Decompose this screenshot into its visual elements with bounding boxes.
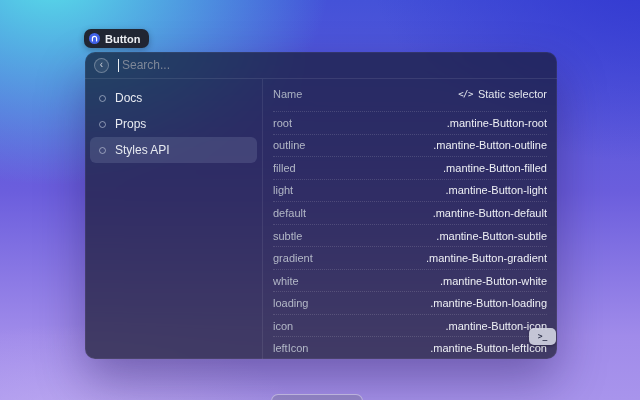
sidebar-item-docs[interactable]: Docs xyxy=(90,85,257,111)
terminal-prompt-icon: >_ xyxy=(538,332,548,341)
static-selector-cell: .mantine-Button-subtle xyxy=(436,230,547,242)
chevron-left-icon: ‹ xyxy=(100,60,103,70)
table-row[interactable]: icon .mantine-Button-icon xyxy=(273,314,547,337)
sidebar-list: Docs Props Styles API xyxy=(85,79,263,359)
search-input[interactable] xyxy=(120,57,548,73)
selector-name-cell: leftIcon xyxy=(273,342,308,354)
static-selector-cell: .mantine-Button-light xyxy=(446,184,548,196)
column-header-static-selector: </> Static selector xyxy=(458,88,547,100)
mantine-logo-icon xyxy=(89,33,100,44)
static-selector-cell: .mantine-Button-gradient xyxy=(426,252,547,264)
static-selector-cell: .mantine-Button-leftIcon xyxy=(430,342,547,354)
selector-table-rows: root .mantine-Button-root outline .manti… xyxy=(273,111,547,359)
circle-bullet-icon xyxy=(99,147,106,154)
selector-name-cell: filled xyxy=(273,162,296,174)
static-selector-cell: .mantine-Button-root xyxy=(447,117,547,129)
static-selector-cell: .mantine-Button-outline xyxy=(433,139,547,151)
table-row[interactable]: gradient .mantine-Button-gradient xyxy=(273,246,547,269)
code-icon: </> xyxy=(458,89,473,99)
selector-name-cell: light xyxy=(273,184,293,196)
static-selector-cell: .mantine-Button-white xyxy=(440,275,547,287)
modal-body: Docs Props Styles API Name </> Static se… xyxy=(85,79,557,359)
table-row[interactable]: default .mantine-Button-default xyxy=(273,201,547,224)
selector-name-cell: outline xyxy=(273,139,305,151)
column-header-name: Name xyxy=(273,88,302,100)
table-row[interactable]: loading .mantine-Button-loading xyxy=(273,291,547,314)
circle-bullet-icon xyxy=(99,95,106,102)
spotlight-modal: ‹ Docs Props Styles API Name </> Static … xyxy=(85,52,557,359)
selector-name-cell: loading xyxy=(273,297,308,309)
sidebar-item-styles-api[interactable]: Styles API xyxy=(90,137,257,163)
static-selector-cell: .mantine-Button-default xyxy=(433,207,547,219)
button-component-badge[interactable]: Button xyxy=(84,29,149,48)
terminal-toggle-button[interactable]: >_ xyxy=(529,328,556,345)
selector-name-cell: subtle xyxy=(273,230,302,242)
table-row[interactable]: white .mantine-Button-white xyxy=(273,269,547,292)
table-row[interactable]: leftIcon .mantine-Button-leftIcon xyxy=(273,336,547,359)
dock-peek-element[interactable] xyxy=(271,394,363,400)
selector-name-cell: white xyxy=(273,275,299,287)
table-row[interactable]: light .mantine-Button-light xyxy=(273,179,547,202)
table-row[interactable]: subtle .mantine-Button-subtle xyxy=(273,224,547,247)
selector-name-cell: default xyxy=(273,207,306,219)
search-bar: ‹ xyxy=(85,52,557,79)
static-selector-cell: .mantine-Button-loading xyxy=(430,297,547,309)
badge-label: Button xyxy=(105,33,140,45)
circle-bullet-icon xyxy=(99,121,106,128)
column-header-static-selector-label: Static selector xyxy=(478,88,547,100)
table-row[interactable]: filled .mantine-Button-filled xyxy=(273,156,547,179)
selector-name-cell: root xyxy=(273,117,292,129)
selector-name-cell: gradient xyxy=(273,252,313,264)
table-header-row: Name </> Static selector xyxy=(273,79,547,109)
table-row[interactable]: outline .mantine-Button-outline xyxy=(273,134,547,157)
selector-name-cell: icon xyxy=(273,320,293,332)
table-row[interactable]: root .mantine-Button-root xyxy=(273,111,547,134)
static-selector-cell: .mantine-Button-filled xyxy=(443,162,547,174)
sidebar-item-props[interactable]: Props xyxy=(90,111,257,137)
styles-api-table: Name </> Static selector root .mantine-B… xyxy=(263,79,557,359)
back-button[interactable]: ‹ xyxy=(94,58,109,73)
text-caret xyxy=(118,59,119,72)
